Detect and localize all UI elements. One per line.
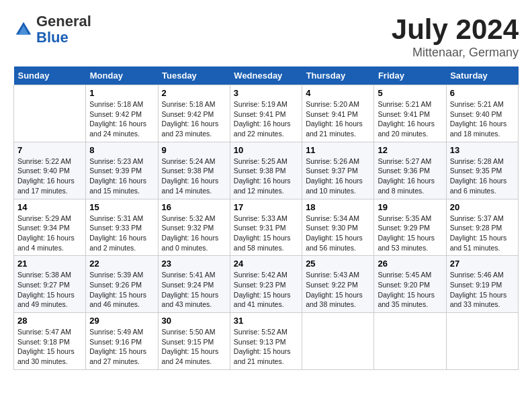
table-row: 12Sunrise: 5:27 AM Sunset: 9:36 PM Dayli… [374, 142, 446, 199]
table-row: 7Sunrise: 5:22 AM Sunset: 9:40 PM Daylig… [14, 142, 86, 199]
day-info: Sunrise: 5:18 AM Sunset: 9:42 PM Dayligh… [162, 99, 226, 139]
day-info: Sunrise: 5:39 AM Sunset: 9:26 PM Dayligh… [89, 270, 154, 310]
table-row: 31Sunrise: 5:52 AM Sunset: 9:13 PM Dayli… [230, 313, 302, 370]
day-info: Sunrise: 5:47 AM Sunset: 9:18 PM Dayligh… [17, 327, 82, 367]
col-tuesday: Tuesday [158, 66, 230, 85]
day-info: Sunrise: 5:41 AM Sunset: 9:24 PM Dayligh… [162, 270, 226, 310]
table-row: 20Sunrise: 5:37 AM Sunset: 9:28 PM Dayli… [446, 199, 518, 256]
table-row: 5Sunrise: 5:21 AM Sunset: 9:41 PM Daylig… [374, 85, 446, 142]
logo-general-text: General [36, 13, 91, 30]
day-number: 19 [378, 202, 442, 212]
day-info: Sunrise: 5:38 AM Sunset: 9:27 PM Dayligh… [17, 270, 82, 310]
calendar-header-row: Sunday Monday Tuesday Wednesday Thursday… [14, 66, 519, 85]
table-row: 6Sunrise: 5:21 AM Sunset: 9:40 PM Daylig… [446, 85, 518, 142]
calendar-table: Sunday Monday Tuesday Wednesday Thursday… [13, 66, 519, 370]
table-row: 22Sunrise: 5:39 AM Sunset: 9:26 PM Dayli… [86, 256, 158, 313]
day-number: 6 [450, 88, 515, 98]
day-number: 16 [162, 202, 226, 212]
day-info: Sunrise: 5:27 AM Sunset: 9:36 PM Dayligh… [378, 156, 442, 196]
table-row: 16Sunrise: 5:32 AM Sunset: 9:32 PM Dayli… [158, 199, 230, 256]
day-info: Sunrise: 5:19 AM Sunset: 9:41 PM Dayligh… [234, 99, 298, 139]
day-number: 18 [306, 202, 370, 212]
table-row: 28Sunrise: 5:47 AM Sunset: 9:18 PM Dayli… [14, 313, 86, 370]
table-row: 14Sunrise: 5:29 AM Sunset: 9:34 PM Dayli… [14, 199, 86, 256]
day-number: 15 [89, 202, 154, 212]
calendar-week-row: 1Sunrise: 5:18 AM Sunset: 9:42 PM Daylig… [14, 85, 519, 142]
day-number: 9 [162, 145, 226, 155]
table-row: 13Sunrise: 5:28 AM Sunset: 9:35 PM Dayli… [446, 142, 518, 199]
table-row [374, 313, 446, 370]
day-number: 24 [234, 259, 298, 269]
table-row: 18Sunrise: 5:34 AM Sunset: 9:30 PM Dayli… [302, 199, 374, 256]
table-row: 30Sunrise: 5:50 AM Sunset: 9:15 PM Dayli… [158, 313, 230, 370]
day-info: Sunrise: 5:28 AM Sunset: 9:35 PM Dayligh… [450, 156, 515, 196]
day-info: Sunrise: 5:20 AM Sunset: 9:41 PM Dayligh… [306, 99, 370, 139]
day-number: 27 [450, 259, 515, 269]
col-friday: Friday [374, 66, 446, 85]
table-row: 2Sunrise: 5:18 AM Sunset: 9:42 PM Daylig… [158, 85, 230, 142]
day-number: 4 [306, 88, 370, 98]
calendar-week-row: 21Sunrise: 5:38 AM Sunset: 9:27 PM Dayli… [14, 256, 519, 313]
day-info: Sunrise: 5:29 AM Sunset: 9:34 PM Dayligh… [17, 214, 82, 253]
day-number: 13 [450, 145, 515, 155]
day-info: Sunrise: 5:32 AM Sunset: 9:32 PM Dayligh… [162, 214, 226, 253]
table-row [446, 313, 518, 370]
day-number: 21 [17, 259, 82, 269]
day-number: 25 [306, 259, 370, 269]
day-info: Sunrise: 5:50 AM Sunset: 9:15 PM Dayligh… [162, 327, 226, 367]
day-number: 5 [378, 88, 442, 98]
day-info: Sunrise: 5:45 AM Sunset: 9:20 PM Dayligh… [378, 270, 442, 310]
day-number: 26 [378, 259, 442, 269]
day-number: 8 [89, 145, 154, 155]
table-row [14, 85, 86, 142]
day-number: 12 [378, 145, 442, 155]
day-info: Sunrise: 5:49 AM Sunset: 9:16 PM Dayligh… [89, 327, 154, 367]
logo-blue-text: Blue [36, 29, 69, 46]
day-info: Sunrise: 5:21 AM Sunset: 9:40 PM Dayligh… [450, 99, 515, 139]
table-row [302, 313, 374, 370]
day-number: 17 [234, 202, 298, 212]
day-number: 2 [162, 88, 226, 98]
day-info: Sunrise: 5:42 AM Sunset: 9:23 PM Dayligh… [234, 270, 298, 310]
day-info: Sunrise: 5:34 AM Sunset: 9:30 PM Dayligh… [306, 214, 370, 253]
day-number: 10 [234, 145, 298, 155]
day-info: Sunrise: 5:18 AM Sunset: 9:42 PM Dayligh… [89, 99, 154, 139]
col-saturday: Saturday [446, 66, 518, 85]
day-number: 11 [306, 145, 370, 155]
day-number: 3 [234, 88, 298, 98]
page-header: General Blue July 2024 Mittenaar, German… [13, 13, 519, 60]
table-row: 26Sunrise: 5:45 AM Sunset: 9:20 PM Dayli… [374, 256, 446, 313]
location: Mittenaar, Germany [392, 46, 519, 60]
day-info: Sunrise: 5:31 AM Sunset: 9:33 PM Dayligh… [89, 214, 154, 253]
col-wednesday: Wednesday [230, 66, 302, 85]
calendar-week-row: 7Sunrise: 5:22 AM Sunset: 9:40 PM Daylig… [14, 142, 519, 199]
day-info: Sunrise: 5:21 AM Sunset: 9:41 PM Dayligh… [378, 99, 442, 139]
col-sunday: Sunday [14, 66, 86, 85]
day-number: 1 [89, 88, 154, 98]
day-info: Sunrise: 5:26 AM Sunset: 9:37 PM Dayligh… [306, 156, 370, 196]
day-number: 31 [234, 316, 298, 326]
day-info: Sunrise: 5:22 AM Sunset: 9:40 PM Dayligh… [17, 156, 82, 196]
table-row: 15Sunrise: 5:31 AM Sunset: 9:33 PM Dayli… [86, 199, 158, 256]
day-info: Sunrise: 5:35 AM Sunset: 9:29 PM Dayligh… [378, 214, 442, 253]
logo: General Blue [13, 13, 91, 46]
table-row: 21Sunrise: 5:38 AM Sunset: 9:27 PM Dayli… [14, 256, 86, 313]
table-row: 4Sunrise: 5:20 AM Sunset: 9:41 PM Daylig… [302, 85, 374, 142]
table-row: 23Sunrise: 5:41 AM Sunset: 9:24 PM Dayli… [158, 256, 230, 313]
table-row: 9Sunrise: 5:24 AM Sunset: 9:38 PM Daylig… [158, 142, 230, 199]
table-row: 27Sunrise: 5:46 AM Sunset: 9:19 PM Dayli… [446, 256, 518, 313]
table-row: 25Sunrise: 5:43 AM Sunset: 9:22 PM Dayli… [302, 256, 374, 313]
day-info: Sunrise: 5:43 AM Sunset: 9:22 PM Dayligh… [306, 270, 370, 310]
day-info: Sunrise: 5:46 AM Sunset: 9:19 PM Dayligh… [450, 270, 515, 310]
table-row: 8Sunrise: 5:23 AM Sunset: 9:39 PM Daylig… [86, 142, 158, 199]
table-row: 29Sunrise: 5:49 AM Sunset: 9:16 PM Dayli… [86, 313, 158, 370]
day-info: Sunrise: 5:23 AM Sunset: 9:39 PM Dayligh… [89, 156, 154, 196]
table-row: 19Sunrise: 5:35 AM Sunset: 9:29 PM Dayli… [374, 199, 446, 256]
day-number: 29 [89, 316, 154, 326]
day-info: Sunrise: 5:25 AM Sunset: 9:38 PM Dayligh… [234, 156, 298, 196]
table-row: 3Sunrise: 5:19 AM Sunset: 9:41 PM Daylig… [230, 85, 302, 142]
day-number: 30 [162, 316, 226, 326]
day-number: 7 [17, 145, 82, 155]
day-number: 28 [17, 316, 82, 326]
day-number: 22 [89, 259, 154, 269]
